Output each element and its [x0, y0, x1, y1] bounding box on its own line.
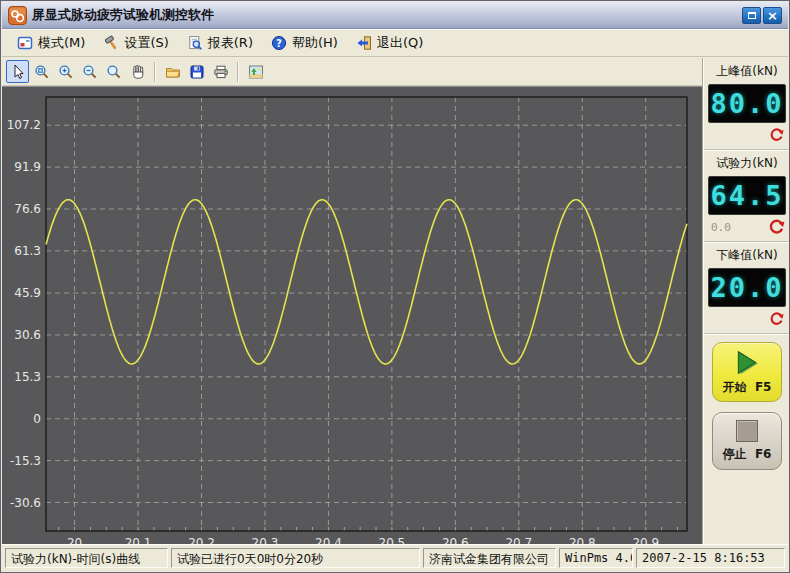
status-datetime: 2007-2-15 8:16:53 [636, 548, 785, 568]
svg-text:45.9: 45.9 [14, 286, 41, 300]
menu-item-report[interactable]: 报表(R) [178, 31, 262, 55]
zoom-rect-icon [34, 64, 50, 80]
chart-scene-icon [248, 64, 264, 80]
svg-text:61.3: 61.3 [14, 244, 41, 258]
upper-peak-display: 80.0 [708, 84, 786, 123]
title-bar: 屏显式脉动疲劳试验机测控软件 × [2, 2, 788, 29]
toolbar-chart-button[interactable] [244, 60, 267, 83]
toolbar [2, 58, 702, 86]
menu-item-label: 设置(S) [124, 34, 168, 52]
toolbar-save-button[interactable] [185, 60, 208, 83]
pan-hand-icon [130, 64, 146, 80]
svg-text:107.2: 107.2 [7, 118, 41, 132]
test-force-label: 试验力(kN) [708, 155, 786, 172]
save-floppy-icon [189, 64, 205, 80]
printer-icon [213, 64, 229, 80]
restore-icon [748, 12, 756, 19]
menu-item-exit[interactable]: 退出(Q) [347, 31, 432, 55]
stop-label: 停止 F6 [723, 446, 772, 463]
app-window: 屏显式脉动疲劳试验机测控软件 × 模式(M) 设置(S) [0, 0, 790, 573]
exit-door-icon [356, 35, 372, 51]
test-force-refresh-button[interactable] [768, 218, 786, 236]
status-bar: 试验力(kN)-时间(s)曲线 试验已进行0天0时0分20秒 济南试金集团有限公… [2, 544, 788, 571]
status-elapsed-time: 试验已进行0天0时0分20秒 [171, 548, 420, 568]
menu-item-help[interactable]: ? 帮助(H) [262, 31, 347, 55]
lower-peak-display: 20.0 [708, 268, 786, 307]
refresh-icon [769, 127, 785, 143]
menu-item-settings[interactable]: 设置(S) [94, 31, 177, 55]
start-button[interactable]: 开始 F5 [712, 342, 782, 402]
lower-peak-group: 下峰值(kN) 20.0 [704, 242, 790, 334]
chart-region: 107.291.976.661.345.930.615.30-15.3-30.6… [2, 86, 702, 544]
toolbar-separator [154, 62, 156, 82]
svg-text:-15.3: -15.3 [10, 454, 41, 468]
svg-text:76.6: 76.6 [14, 202, 41, 216]
upper-peak-refresh-button[interactable] [768, 126, 786, 144]
status-curve-name: 试验力(kN)-时间(s)曲线 [5, 548, 168, 568]
main-content: 107.291.976.661.345.930.615.30-15.3-30.6… [2, 58, 788, 544]
status-company: 济南试金集团有限公司 [423, 548, 556, 568]
refresh-icon [768, 218, 786, 236]
svg-text:91.9: 91.9 [14, 160, 41, 174]
window-title: 屏显式脉动疲劳试验机测控软件 [32, 6, 742, 24]
upper-peak-label: 上峰值(kN) [708, 63, 786, 80]
force-time-chart: 107.291.976.661.345.930.615.30-15.3-30.6… [2, 87, 703, 547]
test-force-sub-value: 0.0 [708, 221, 768, 234]
close-button[interactable]: × [763, 7, 782, 24]
zoom-in-icon [58, 64, 74, 80]
menu-item-label: 模式(M) [38, 34, 85, 52]
toolbar-zoom-rect-button[interactable] [30, 60, 53, 83]
toolbar-separator [237, 62, 239, 82]
open-folder-icon [165, 64, 181, 80]
test-force-display: 64.5 [708, 176, 786, 215]
toolbar-select-button[interactable] [6, 60, 29, 83]
refresh-icon [769, 311, 785, 327]
toolbar-print-button[interactable] [209, 60, 232, 83]
menu-item-label: 帮助(H) [292, 34, 338, 52]
left-column: 107.291.976.661.345.930.615.30-15.3-30.6… [2, 58, 703, 544]
mode-icon [17, 35, 33, 51]
svg-text:-30.6: -30.6 [10, 496, 41, 510]
svg-text:?: ? [276, 37, 282, 48]
restore-button[interactable] [742, 7, 761, 24]
toolbar-zoom-in-button[interactable] [54, 60, 77, 83]
test-force-group: 试验力(kN) 64.5 0.0 [704, 150, 790, 242]
svg-text:15.3: 15.3 [14, 370, 41, 384]
close-icon: × [767, 9, 778, 22]
app-icon [8, 6, 27, 25]
control-buttons: 开始 F5 停止 F6 [704, 334, 790, 478]
menu-item-mode[interactable]: 模式(M) [8, 31, 94, 55]
help-question-icon: ? [271, 35, 287, 51]
stop-icon [736, 420, 758, 442]
menu-bar: 模式(M) 设置(S) 报表(R) ? 帮助(H) [2, 29, 788, 57]
play-icon [733, 349, 761, 377]
status-software-version: WinPms 4.0 [559, 548, 633, 568]
toolbar-magnifier-button[interactable] [102, 60, 125, 83]
hammer-icon [103, 35, 119, 51]
right-panel: 上峰值(kN) 80.0 试验力(kN) 64.5 0.0 [703, 58, 790, 544]
toolbar-zoom-out-button[interactable] [78, 60, 101, 83]
lower-peak-label: 下峰值(kN) [708, 247, 786, 264]
stop-button[interactable]: 停止 F6 [712, 412, 782, 470]
magnifier-icon [106, 64, 122, 80]
report-magnifier-icon [187, 35, 203, 51]
lower-peak-refresh-button[interactable] [768, 310, 786, 328]
zoom-out-icon [82, 64, 98, 80]
svg-text:30.6: 30.6 [14, 328, 41, 342]
toolbar-pan-button[interactable] [126, 60, 149, 83]
svg-text:0: 0 [33, 412, 41, 426]
upper-peak-group: 上峰值(kN) 80.0 [704, 58, 790, 150]
menu-item-label: 退出(Q) [377, 34, 423, 52]
menu-item-label: 报表(R) [208, 34, 253, 52]
cursor-icon [10, 64, 26, 80]
toolbar-open-button[interactable] [161, 60, 184, 83]
start-label: 开始 F5 [723, 379, 772, 396]
